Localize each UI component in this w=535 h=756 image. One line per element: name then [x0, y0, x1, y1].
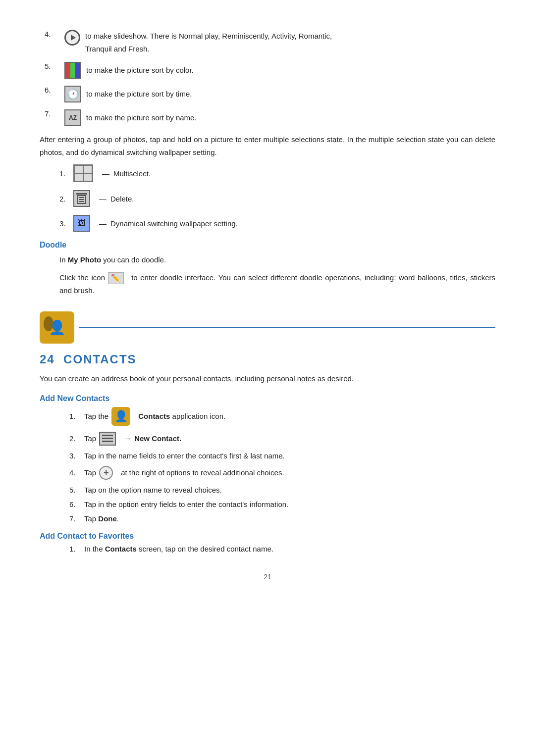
item-number: 4.	[69, 468, 84, 477]
doodle-heading: Doodle	[40, 241, 495, 250]
list-item: 3. 🖼 — Dynamical switching wallpaper set…	[59, 215, 495, 232]
item-label: Multiselect.	[113, 169, 151, 178]
time-sort-icon: 🕐	[64, 86, 81, 102]
page-number: 21	[40, 573, 495, 581]
item-text: to make the picture sort by color.	[86, 64, 194, 77]
item-text: at the right of options to reveal additi…	[121, 468, 284, 477]
intro-paragraph: After entering a group of photos, tap an…	[40, 133, 495, 158]
dash: —	[102, 169, 109, 178]
list-item: 4. Tap + at the right of options to reve…	[69, 466, 495, 480]
chapter-section: 24 CONTACTS You can create an address bo…	[40, 311, 495, 553]
add-contact-favorites-section: Add Contact to Favorites 1. In the Conta…	[40, 532, 495, 553]
name-sort-icon: AZ	[64, 109, 81, 126]
item-number: 1.	[69, 545, 84, 553]
list-item: 5. Tap on the option name to reveal choi…	[69, 486, 495, 494]
item-number: 1.	[69, 412, 84, 420]
doodle-para2: Click the icon ✏️ to enter doodle interf…	[59, 271, 495, 297]
item-text: Tap on the option name to reveal choices…	[84, 486, 222, 494]
add-contact-favorites-list: 1. In the Contacts screen, tap on the de…	[69, 545, 495, 553]
item-label: Dynamical switching wallpaper setting.	[110, 219, 238, 228]
item-text: Tap in the name fields to enter the cont…	[84, 452, 285, 460]
item-text: to make the picture sort by name.	[86, 111, 197, 124]
item-number: 6.	[69, 500, 84, 508]
icon-list: 1. — Multiselect. 2.	[40, 164, 495, 232]
tap-label: Tap	[84, 468, 96, 477]
add-new-contacts-list: 1. Tap the 👤 Contacts application icon. …	[69, 407, 495, 523]
item-number: 7.	[40, 109, 64, 118]
dash: —	[99, 195, 107, 203]
list-item: 3. Tap in the name fields to enter the c…	[69, 452, 495, 460]
add-option-icon: +	[99, 466, 113, 480]
item-content: AZ to make the picture sort by name.	[64, 109, 495, 126]
top-numbered-list: 4. to make slideshow. There is Normal pl…	[40, 30, 495, 126]
item-number: 2.	[59, 195, 73, 203]
item-number: 5.	[69, 486, 84, 494]
item-number: 2.	[69, 434, 84, 443]
list-item: 6. Tap in the option entry fields to ent…	[69, 500, 495, 508]
new-contact-label: New Contact.	[134, 434, 181, 443]
chapter-banner	[40, 311, 495, 344]
list-item: 5. to make the picture sort by color.	[40, 62, 495, 79]
list-item: 4. to make slideshow. There is Normal pl…	[40, 30, 495, 55]
list-item: 2. — Delete.	[59, 190, 495, 207]
item-number: 5.	[40, 62, 64, 70]
add-new-contacts-section: Add New Contacts 1. Tap the 👤 Contacts a…	[40, 394, 495, 523]
delete-icon	[73, 190, 90, 207]
wallpaper-icon: 🖼	[73, 215, 90, 232]
list-item: 1. In the Contacts screen, tap on the de…	[69, 545, 495, 553]
slideshow-icon	[64, 30, 80, 46]
list-item: 6. 🕐 to make the picture sort by time.	[40, 86, 495, 102]
color-sort-icon	[64, 62, 81, 79]
item-number: 3.	[59, 219, 73, 228]
add-new-contacts-heading: Add New Contacts	[40, 394, 495, 403]
item-text: Tap Done.	[84, 514, 119, 523]
list-item: 2. Tap → New Contact.	[69, 432, 495, 446]
item-text: Tap in the option entry fields to enter …	[84, 500, 288, 508]
contacts-chapter-icon	[40, 311, 74, 344]
item-text: to make slideshow. There is Normal play,…	[85, 32, 332, 40]
item-number: 7.	[69, 514, 84, 523]
item-text-cont: Tranquil and Fresh.	[85, 45, 150, 53]
chapter-title: 24 CONTACTS	[40, 353, 495, 366]
item-content: to make the picture sort by color.	[64, 62, 495, 79]
item-content: 🕐 to make the picture sort by time.	[64, 86, 495, 102]
tap-label: Tap	[84, 434, 96, 443]
my-photo-bold: My Photo	[68, 255, 102, 264]
item-number: 3.	[69, 452, 84, 460]
item-number: 6.	[40, 86, 64, 94]
multiselect-icon	[73, 164, 93, 182]
list-item: 1. — Multiselect.	[59, 164, 495, 182]
item-label: Delete.	[110, 195, 134, 203]
doodle-icon: ✏️	[108, 272, 124, 284]
chapter-intro: You can create an address book of your p…	[40, 372, 495, 385]
list-item: 7. Tap Done.	[69, 514, 495, 523]
item-text: to make the picture sort by time.	[86, 88, 192, 101]
contacts-app-icon: 👤	[111, 407, 130, 426]
doodle-section: Doodle In My Photo you can do doodle. Cl…	[40, 241, 495, 297]
add-contact-favorites-heading: Add Contact to Favorites	[40, 532, 495, 541]
dash: —	[99, 219, 107, 228]
chapter-line	[79, 327, 495, 328]
item-number: 1.	[59, 169, 73, 178]
arrow: →	[124, 434, 131, 443]
menu-icon	[99, 432, 116, 446]
item-number: 4.	[40, 30, 64, 38]
item-text: In the Contacts screen, tap on the desir…	[84, 545, 273, 553]
doodle-para1: In My Photo you can do doodle.	[59, 253, 495, 266]
list-item: 7. AZ to make the picture sort by name.	[40, 109, 495, 126]
item-text: Contacts application icon.	[138, 412, 225, 420]
item-content: to make slideshow. There is Normal play,…	[64, 30, 495, 55]
list-item: 1. Tap the 👤 Contacts application icon.	[69, 407, 495, 426]
item-text: Tap the	[84, 412, 108, 420]
